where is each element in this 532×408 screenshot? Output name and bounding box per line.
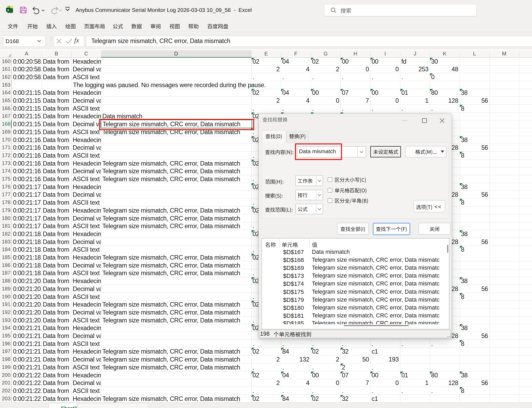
svg-text:x: x (7, 8, 9, 12)
